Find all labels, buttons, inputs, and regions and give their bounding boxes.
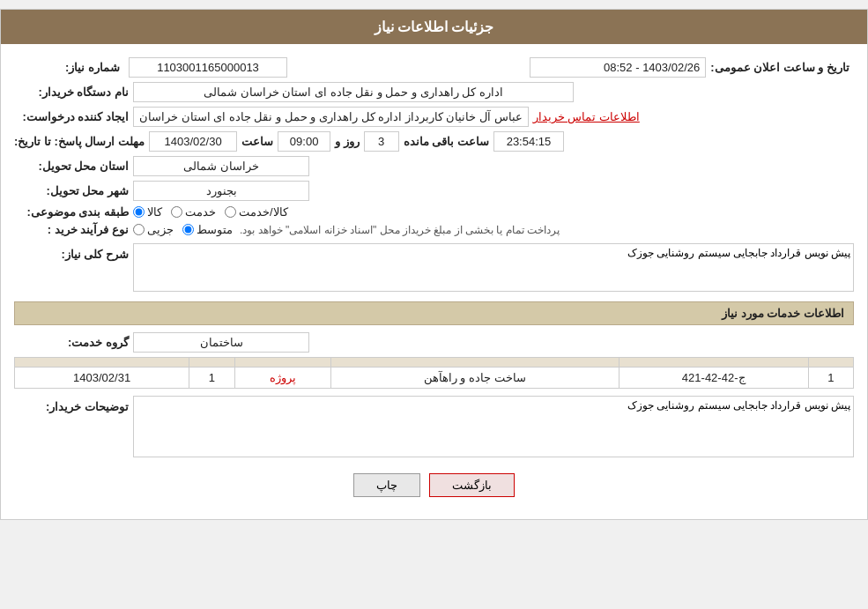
services-table: 1ج-42-42-421ساخت جاده و راهآهنپروژه11403… [14, 357, 854, 389]
col-row-num [808, 358, 853, 368]
back-button[interactable]: بازگشت [429, 473, 515, 497]
service-group-row: ساختمان گروه خدمت: [14, 332, 854, 353]
province-label: استان محل تحویل: [14, 160, 129, 173]
purchase-type-mutavasit-label: متوسط [197, 223, 233, 236]
category-radio-group: کالا/خدمت خدمت کالا [133, 205, 288, 219]
buyer-org-row: اداره کل راهداری و حمل و نقل جاده ای است… [14, 82, 854, 102]
category-kala[interactable]: کالا [133, 205, 162, 219]
need-number-value: 1103001165000013 [129, 57, 287, 78]
purchase-type-desc: پرداخت تمام یا بخشی از مبلغ خریداز محل "… [240, 224, 560, 236]
action-buttons: بازگشت چاپ [14, 473, 854, 497]
purchase-type-label: نوع فرآیند خرید : [14, 223, 129, 236]
city-row: بجنورد شهر محل تحویل: [14, 181, 854, 201]
deadline-days-label: روز و [335, 135, 360, 148]
service-group-label: گروه خدمت: [14, 336, 129, 349]
creator-row: اطلاعات تماس خریدار عباس آل خانیان کاربر… [14, 107, 854, 127]
col-code [619, 358, 808, 368]
category-row: کالا/خدمت خدمت کالا طبقه بندی موضوعی: [14, 205, 854, 219]
purchase-type-radio-group: متوسط جزیی [133, 223, 233, 236]
category-kala-khidmat-label: کالا/خدمت [239, 205, 288, 219]
province-row: خراسان شمالی استان محل تحویل: [14, 156, 854, 176]
deadline-label: مهلت ارسال پاسخ: تا تاریخ: [14, 135, 145, 148]
purchase-type-row: پرداخت تمام یا بخشی از مبلغ خریداز محل "… [14, 223, 854, 236]
category-khidmat[interactable]: خدمت [171, 205, 216, 219]
announce-datetime-value: 1403/02/26 - 08:52 [530, 57, 706, 78]
category-kala-khidmat[interactable]: کالا/خدمت [225, 205, 288, 219]
city-label: شهر محل تحویل: [14, 184, 129, 197]
category-label: طبقه بندی موضوعی: [14, 205, 129, 219]
need-number-label: شماره نیاز: [14, 61, 120, 74]
deadline-time: 09:00 [278, 131, 330, 152]
content-area: تاریخ و ساعت اعلان عمومی: 1403/02/26 - 0… [1, 44, 867, 519]
buyer-notes-wrapper [133, 396, 854, 460]
print-button[interactable]: چاپ [353, 473, 420, 497]
category-kala-radio[interactable] [133, 206, 145, 218]
need-desc-row: پیش نویس قرارداد جابجایی سیستم روشنایی ج… [14, 243, 854, 294]
buyer-notes-label: توضیحات خریدار: [14, 396, 129, 413]
table-cell: 1403/02/31 [15, 368, 189, 389]
category-khidmat-label: خدمت [185, 205, 216, 219]
table-header-row [15, 358, 854, 368]
col-date [15, 358, 189, 368]
buyer-org-label: نام دستگاه خریدار: [14, 85, 129, 99]
deadline-days: 3 [364, 131, 399, 152]
buyer-notes-row: توضیحات خریدار: [14, 396, 854, 460]
top-info-row: تاریخ و ساعت اعلان عمومی: 1403/02/26 - 0… [14, 57, 854, 78]
deadline-remain: 23:54:15 [493, 131, 564, 152]
table-row: 1ج-42-42-421ساخت جاده و راهآهنپروژه11403… [15, 368, 854, 389]
col-name [330, 358, 619, 368]
purchase-type-mutavasit[interactable]: متوسط [182, 223, 233, 236]
table-cell: 1 [808, 368, 853, 389]
creator-label: ایجاد کننده درخواست: [14, 110, 129, 123]
table-cell: ج-42-42-421 [619, 368, 808, 389]
need-desc-wrapper: پیش نویس قرارداد جابجایی سیستم روشنایی ج… [133, 243, 854, 294]
province-value: خراسان شمالی [133, 156, 309, 176]
deadline-row: 23:54:15 ساعت باقی مانده 3 روز و 09:00 س… [14, 131, 854, 152]
need-number-group: 1103001165000013 شماره نیاز: [14, 57, 287, 78]
announce-group: تاریخ و ساعت اعلان عمومی: 1403/02/26 - 0… [530, 57, 854, 78]
deadline-time-label: ساعت [241, 135, 273, 148]
table-cell: 1 [189, 368, 234, 389]
city-value: بجنورد [133, 181, 309, 201]
buyer-org-value: اداره کل راهداری و حمل و نقل جاده ای است… [133, 82, 574, 102]
purchase-type-jozii-radio[interactable] [133, 224, 145, 235]
announce-datetime-label: تاریخ و ساعت اعلان عمومی: [710, 61, 849, 74]
services-section-header: اطلاعات خدمات مورد نیاز [14, 301, 854, 325]
col-qty [189, 358, 234, 368]
category-kala-label: کالا [147, 205, 162, 219]
need-desc-label: شرح کلی نیاز: [14, 243, 129, 261]
purchase-type-jozii-label: جزیی [147, 223, 174, 236]
creator-value: عباس آل خانیان کاربرداز اداره کل راهداری… [133, 107, 529, 127]
page-wrapper: جزئیات اطلاعات نیاز تاریخ و ساعت اعلان ع… [0, 9, 868, 520]
buyer-notes-textarea[interactable] [133, 396, 854, 457]
category-kala-khidmat-radio[interactable] [225, 206, 236, 218]
col-unit [234, 358, 330, 368]
deadline-remain-label: ساعت باقی مانده [404, 135, 489, 148]
deadline-date: 1403/02/30 [149, 131, 237, 152]
need-desc-textarea[interactable]: پیش نویس قرارداد جابجایی سیستم روشنایی ج… [133, 243, 854, 292]
contact-link[interactable]: اطلاعات تماس خریدار [533, 110, 640, 123]
purchase-type-jozii[interactable]: جزیی [133, 223, 174, 236]
page-title: جزئیات اطلاعات نیاز [1, 10, 867, 44]
service-group-value: ساختمان [133, 332, 309, 353]
category-khidmat-radio[interactable] [171, 206, 182, 218]
table-cell: پروژه [234, 368, 330, 389]
purchase-type-mutavasit-radio[interactable] [182, 224, 194, 235]
table-cell: ساخت جاده و راهآهن [330, 368, 619, 389]
